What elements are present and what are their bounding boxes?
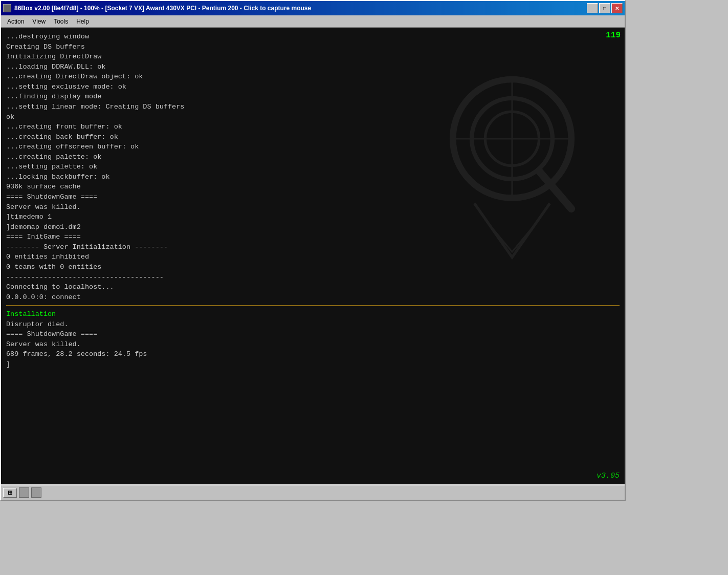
console-line: Server was killed. <box>6 202 620 212</box>
title-bar-left: 86Box v2.00 [8e4f7d8] - 100% - [Socket 7… <box>3 4 311 12</box>
console-line: ...creating back buffer: ok <box>6 132 620 142</box>
console-line: ok <box>6 112 620 122</box>
app-icon <box>3 4 11 12</box>
console-line: ...creating DirectDraw object: ok <box>6 72 620 82</box>
console-line: 0 entities inhibited <box>6 252 620 262</box>
console-line: 0.0.0.0:0: connect <box>6 292 620 303</box>
console-line: Server was killed. <box>6 339 620 350</box>
title-buttons: _ □ ✕ <box>587 3 623 13</box>
maximize-button[interactable]: □ <box>599 3 610 13</box>
console-line: ...finding display mode <box>6 92 620 102</box>
version-badge: v3.05 <box>597 472 620 480</box>
emulator-screen[interactable]: 119 ...destroying windowCreating DS buff… <box>1 28 625 484</box>
console-line: -------- Server Initialization -------- <box>6 242 620 252</box>
menu-help[interactable]: Help <box>72 17 93 26</box>
console-line: Connecting to localhost... <box>6 282 620 292</box>
console-line: 0 teams with 0 entities <box>6 262 620 272</box>
console-line: Initializing DirectDraw <box>6 52 620 62</box>
taskbar-app-icon[interactable] <box>19 487 29 498</box>
console-line: ==== ShutdownGame ==== <box>6 329 620 339</box>
console-line: ...locking backbuffer: ok <box>6 172 620 182</box>
window-title: 86Box v2.00 [8e4f7d8] - 100% - [Socket 7… <box>14 5 311 12</box>
console-line: ...setting exclusive mode: ok <box>6 82 620 92</box>
minimize-button[interactable]: _ <box>587 3 598 13</box>
console-line: 689 frames, 28.2 seconds: 24.5 fps <box>6 349 620 359</box>
taskbar-icons <box>19 487 41 498</box>
console-line: ...creating offscreen buffer: ok <box>6 142 620 152</box>
console-line: ]timedemo 1 <box>6 212 620 222</box>
console-line: ] <box>6 359 620 370</box>
console-area: ...destroying windowCreating DS buffersI… <box>1 28 625 484</box>
close-button[interactable]: ✕ <box>611 3 623 13</box>
menu-action[interactable]: Action <box>3 17 28 26</box>
console-line: Disruptor died. <box>6 320 620 330</box>
console-line: 936k surface cache <box>6 182 620 192</box>
console-line: Installation <box>6 309 620 320</box>
console-line: ...destroying window <box>6 32 620 42</box>
separator-line <box>6 305 620 306</box>
console-line: -------------------------------------- <box>6 272 620 283</box>
main-window: 86Box v2.00 [8e4f7d8] - 100% - [Socket 7… <box>0 0 626 501</box>
console-line: ...setting palette: ok <box>6 162 620 172</box>
title-bar: 86Box v2.00 [8e4f7d8] - 100% - [Socket 7… <box>1 1 625 15</box>
start-button[interactable]: ⊞ <box>3 488 17 498</box>
taskbar-app-icon-2[interactable] <box>31 487 41 498</box>
taskbar: ⊞ <box>1 484 625 500</box>
console-line: ...loading DDRAW.DLL: ok <box>6 62 620 72</box>
console-line: ...creating front buffer: ok <box>6 122 620 132</box>
console-line: Creating DS buffers <box>6 42 620 52</box>
menu-tools[interactable]: Tools <box>50 17 72 26</box>
console-line: ...setting linear mode: Creating DS buff… <box>6 102 620 112</box>
console-line: ...creating palette: ok <box>6 152 620 162</box>
menu-bar: Action View Tools Help <box>1 15 625 28</box>
console-line: ==== ShutdownGame ==== <box>6 192 620 202</box>
console-line: ]demomap demo1.dm2 <box>6 222 620 232</box>
console-line: ==== InitGame ==== <box>6 232 620 242</box>
menu-view[interactable]: View <box>28 17 50 26</box>
